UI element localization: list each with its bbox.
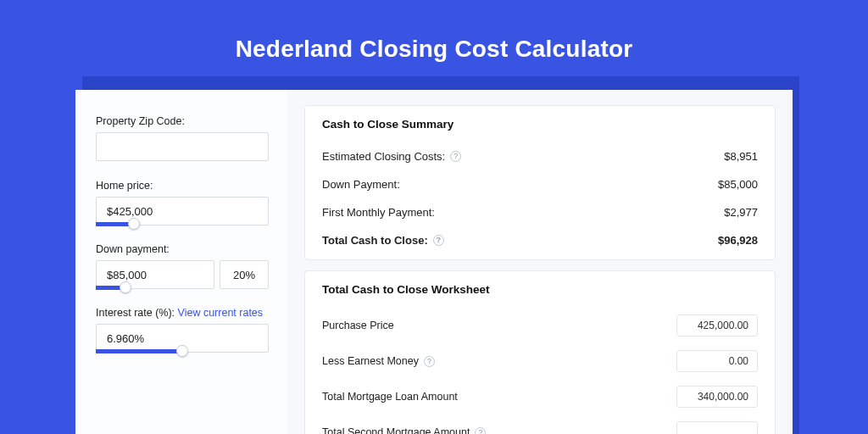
help-icon[interactable]: ?	[450, 151, 461, 162]
estimated-costs-label: Estimated Closing Costs:	[322, 150, 445, 163]
help-icon[interactable]: ?	[424, 356, 435, 367]
worksheet-less-earnest: Less Earnest Money ? 0.00	[322, 343, 758, 379]
summary-down-payment-label: Down Payment:	[322, 178, 400, 191]
zip-field: Property Zip Code:	[96, 115, 269, 161]
interest-rate-field: Interest rate (%): View current rates	[96, 307, 269, 353]
home-price-label: Home price:	[96, 180, 269, 192]
worksheet-purchase-price: Purchase Price 425,000.00	[322, 308, 758, 343]
down-payment-input[interactable]	[96, 260, 214, 289]
down-payment-pct-input[interactable]	[220, 260, 269, 289]
interest-rate-label: Interest rate (%): View current rates	[96, 307, 269, 319]
home-price-input[interactable]	[96, 197, 269, 225]
first-monthly-label: First Monthly Payment:	[322, 206, 435, 219]
summary-heading: Cash to Close Summary	[322, 118, 758, 131]
results-column: Cash to Close Summary Estimated Closing …	[287, 90, 793, 434]
down-payment-field: Down payment:	[96, 243, 269, 289]
summary-estimated-costs: Estimated Closing Costs: ? $8,951	[322, 142, 758, 170]
summary-down-payment-value: $85,000	[718, 178, 758, 191]
loan-amount-label: Total Mortgage Loan Amount	[322, 391, 458, 403]
purchase-price-value[interactable]: 425,000.00	[676, 314, 758, 337]
purchase-price-label: Purchase Price	[322, 320, 394, 331]
summary-down-payment: Down Payment: $85,000	[322, 170, 758, 198]
interest-rate-slider-thumb[interactable]	[176, 345, 188, 357]
worksheet-panel: Total Cash to Close Worksheet Purchase P…	[304, 270, 776, 434]
help-icon[interactable]: ?	[433, 235, 444, 246]
view-rates-link[interactable]: View current rates	[178, 307, 264, 319]
home-price-slider-thumb[interactable]	[128, 218, 140, 230]
page-title: Nederland Closing Cost Calculator	[236, 36, 633, 63]
total-label: Total Cash to Close:	[322, 234, 428, 247]
zip-input[interactable]	[96, 132, 269, 161]
interest-rate-label-text: Interest rate (%):	[96, 307, 178, 319]
help-icon[interactable]: ?	[475, 427, 486, 435]
home-price-field: Home price:	[96, 180, 269, 225]
less-earnest-label: Less Earnest Money	[322, 355, 419, 367]
summary-panel: Cash to Close Summary Estimated Closing …	[304, 105, 776, 260]
down-payment-slider-thumb[interactable]	[120, 281, 131, 293]
loan-amount-value[interactable]: 340,000.00	[676, 386, 758, 408]
calculator-card-wrap: Property Zip Code: Home price: Down paym…	[75, 90, 793, 434]
estimated-costs-value: $8,951	[724, 150, 758, 163]
less-earnest-value[interactable]: 0.00	[676, 350, 758, 372]
inputs-column: Property Zip Code: Home price: Down paym…	[75, 90, 287, 434]
summary-first-monthly: First Monthly Payment: $2,977	[322, 198, 758, 226]
second-mortgage-value[interactable]	[676, 421, 758, 434]
total-value: $96,928	[718, 234, 758, 247]
worksheet-loan-amount: Total Mortgage Loan Amount 340,000.00	[322, 379, 758, 415]
worksheet-second-mortgage: Total Second Mortgage Amount ?	[322, 415, 758, 434]
calculator-card: Property Zip Code: Home price: Down paym…	[75, 90, 793, 434]
zip-label: Property Zip Code:	[96, 115, 269, 127]
summary-total: Total Cash to Close: ? $96,928	[322, 226, 758, 254]
first-monthly-value: $2,977	[724, 206, 758, 219]
worksheet-heading: Total Cash to Close Worksheet	[322, 283, 758, 296]
down-payment-label: Down payment:	[96, 243, 269, 255]
second-mortgage-label: Total Second Mortgage Amount	[322, 426, 470, 434]
